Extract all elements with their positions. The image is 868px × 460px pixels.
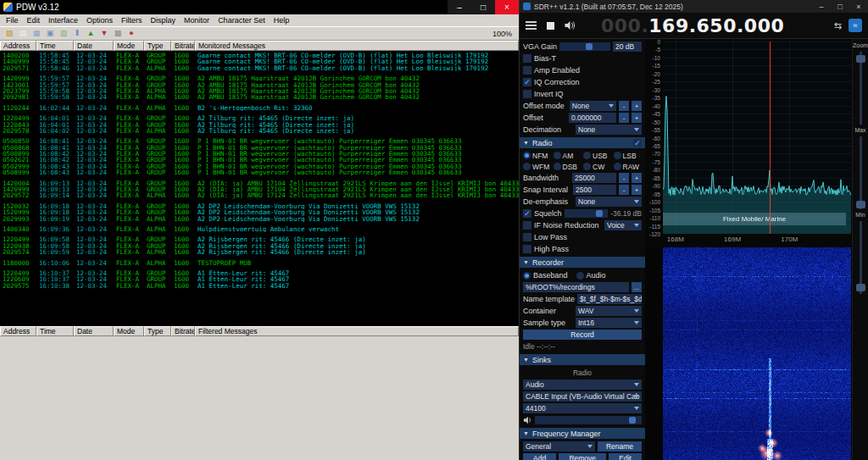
frequency-manager-section-header[interactable]: ▼ Frequency Manager	[520, 428, 645, 439]
column-header-date[interactable]: Date	[74, 326, 114, 336]
message-row[interactable]: 142099916:09:1312-03-24FLEX-AGROUP1600A2…	[3, 186, 519, 192]
amp-enabled-checkbox[interactable]	[523, 66, 531, 75]
message-row[interactable]: 122049916:09:5812-03-24FLEX-AGROUP1600A2…	[3, 236, 519, 242]
menu-toggle-icon[interactable]	[526, 21, 537, 30]
column-header-address[interactable]: Address	[0, 326, 36, 336]
offset-mode-increment-button[interactable]: +	[632, 101, 642, 111]
mode-nfm[interactable]: NFM	[523, 151, 552, 160]
column-header-monitored-messages[interactable]: Monitored Messages	[195, 41, 519, 51]
menu-display[interactable]: Display	[147, 16, 181, 25]
iq-correction-checkbox[interactable]	[523, 78, 531, 86]
message-row[interactable]: 202957216:09:1412-03-24FLEX-AALPHA1600A2…	[3, 192, 519, 198]
stop-button[interactable]	[543, 19, 557, 32]
record-button[interactable]: Record	[523, 330, 642, 340]
bandwidth-increment-button[interactable]: +	[632, 173, 642, 183]
close-button[interactable]: ×	[495, 0, 519, 14]
waterfall-canvas[interactable]	[663, 247, 851, 460]
menu-help[interactable]: Help	[270, 16, 294, 25]
message-row[interactable]: 152003216:09:1812-03-24FLEX-AGROUP1600A2…	[3, 203, 519, 209]
tuning-mode-icon[interactable]: ⇆	[834, 20, 842, 31]
message-row[interactable]: 050299916:08:4312-03-24FLEX-AGROUP1600P …	[3, 163, 519, 169]
add-button[interactable]: Add	[523, 453, 556, 460]
offset-input[interactable]: 0.000000	[569, 113, 616, 123]
print-icon[interactable]: ▩	[112, 28, 124, 39]
high-pass-checkbox[interactable]	[523, 245, 531, 253]
rename-button[interactable]: Rename	[598, 441, 642, 452]
menu-character-set[interactable]: Character Set	[214, 16, 270, 25]
bandwidth-input[interactable]: 25000	[572, 173, 616, 183]
clear-screen-icon[interactable]: ▦	[31, 28, 42, 39]
mode-lsb[interactable]: LSB	[614, 151, 643, 160]
message-row[interactable]: 122049916:04:0112-03-24FLEX-AGROUP1600A2…	[3, 115, 519, 121]
sdr-titlebar[interactable]: SDR++ v1.2.1 (Built at 07:05:57, Dec 12 …	[520, 0, 868, 13]
pdw-filtered-messages-pane[interactable]	[0, 336, 519, 460]
message-row[interactable]: 050089916:08:4212-03-24FLEX-AGROUP1600P …	[3, 151, 519, 157]
scroll-up-icon[interactable]: ▲	[85, 28, 97, 39]
freq-list-dropdown[interactable]: General	[523, 441, 595, 452]
radio-section-header[interactable]: ▼ Radio	[520, 137, 645, 148]
column-header-type[interactable]: Type	[144, 41, 171, 51]
interface-icon[interactable]: ▣	[44, 28, 56, 39]
frequency-display[interactable]: 000.169.650.000	[601, 15, 784, 36]
message-row[interactable]: 112024416:02:4412-03-24FLEX-AALPHA1600B2…	[3, 105, 519, 111]
message-row[interactable]: 202379915:59:5812-03-24FLEX-AALPHA1600A2…	[3, 88, 519, 94]
mute-speaker-icon[interactable]	[564, 20, 576, 30]
menu-edit[interactable]: Edit	[23, 16, 45, 25]
low-pass-checkbox[interactable]	[523, 233, 531, 241]
message-row[interactable]: 050899916:08:4312-03-24FLEX-AGROUP1600P …	[3, 169, 519, 175]
sink-type-dropdown[interactable]: Audio	[523, 380, 642, 390]
if-noise-reduction-dropdown[interactable]: Voice	[604, 220, 642, 230]
stop-icon[interactable]: ●	[125, 28, 137, 39]
audio-device-dropdown[interactable]: CABLE Input (VB-Audio Virtual Cab	[523, 391, 642, 402]
message-row[interactable]: 118000016:10:0612-03-24FLEX-AALPHA1600TE…	[3, 260, 519, 266]
min-slider[interactable]	[860, 221, 862, 294]
message-row[interactable]: 050085016:08:4112-03-24FLEX-AGROUP1600P …	[3, 138, 519, 144]
mode-wfm[interactable]: WFM	[523, 162, 552, 171]
column-header-time[interactable]: Time	[36, 41, 74, 51]
bias-t-checkbox[interactable]	[523, 54, 531, 63]
sample-rate-dropdown[interactable]: 44100	[523, 403, 642, 413]
pause-icon[interactable]: ‖	[71, 28, 83, 39]
column-header-mode[interactable]: Mode	[114, 41, 144, 51]
squelch-checkbox[interactable]	[523, 209, 531, 218]
waterfall-display[interactable]	[645, 247, 852, 460]
sample-type-dropdown[interactable]: Int16	[576, 318, 642, 328]
menu-options[interactable]: Options	[82, 16, 117, 25]
squelch-slider[interactable]	[565, 209, 609, 218]
message-row[interactable]: 209298115:59:5812-03-24FLEX-AALPHA1600A2…	[3, 94, 519, 100]
message-row[interactable]: 202957516:10:3812-03-24FLEX-AALPHA1600A1…	[3, 283, 519, 289]
menu-file[interactable]: File	[2, 16, 23, 25]
offset-increment-button[interactable]: +	[632, 113, 642, 123]
offset-mode-decrement-button[interactable]: -	[619, 101, 629, 111]
if-noise-reduction-checkbox[interactable]	[523, 221, 531, 230]
message-row[interactable]: 122093816:09:5812-03-24FLEX-AGROUP1600A2…	[3, 243, 519, 249]
name-template-input[interactable]: $t_$f_$h-$m-$s_$d-$M-$y	[577, 294, 642, 304]
pdw-titlebar[interactable]: PDW v3.12 –□×	[0, 0, 519, 14]
spectrum-canvas[interactable]	[663, 42, 851, 234]
new-log-icon[interactable]: ▤	[17, 28, 29, 39]
volume-slider[interactable]	[535, 416, 642, 424]
scroll-down-icon[interactable]: ▼	[98, 28, 110, 39]
decimation-dropdown[interactable]: None	[576, 125, 642, 135]
sinks-section-header[interactable]: ▼ Sinks	[520, 354, 645, 365]
mode-raw[interactable]: RAW	[614, 162, 643, 171]
offset-decrement-button[interactable]: -	[619, 113, 629, 123]
menu-filters[interactable]: Filters	[117, 16, 147, 25]
recording-path-input[interactable]: %ROOT%/recordings	[523, 282, 629, 292]
column-header-date[interactable]: Date	[74, 41, 114, 51]
message-row[interactable]: 202957416:09:5912-03-24FLEX-AALPHA1600A2…	[3, 249, 519, 255]
zoom-slider[interactable]	[860, 52, 862, 125]
mode-dsb[interactable]: DSB	[554, 162, 582, 171]
offset-mode-dropdown[interactable]: None	[570, 101, 616, 111]
browse-button[interactable]: ...	[632, 282, 642, 292]
mode-cw[interactable]: CW	[583, 162, 612, 171]
bandwidth-decrement-button[interactable]: -	[619, 173, 629, 183]
message-row[interactable]: 140034016:09:3612-03-24FLEX-AALPHA1600Hu…	[3, 226, 519, 232]
invert-iq-checkbox[interactable]	[523, 90, 531, 98]
edit-button[interactable]: Edit	[609, 453, 642, 460]
close-button[interactable]: ×	[849, 0, 868, 13]
message-row[interactable]: 050086816:08:4112-03-24FLEX-AGROUP1600P …	[3, 145, 519, 151]
message-row[interactable]: 202957115:58:4612-03-24FLEX-AALPHA1600Ga…	[3, 65, 519, 71]
minimize-button[interactable]: –	[812, 0, 831, 13]
snap-interval-input[interactable]: 2500	[573, 185, 616, 195]
